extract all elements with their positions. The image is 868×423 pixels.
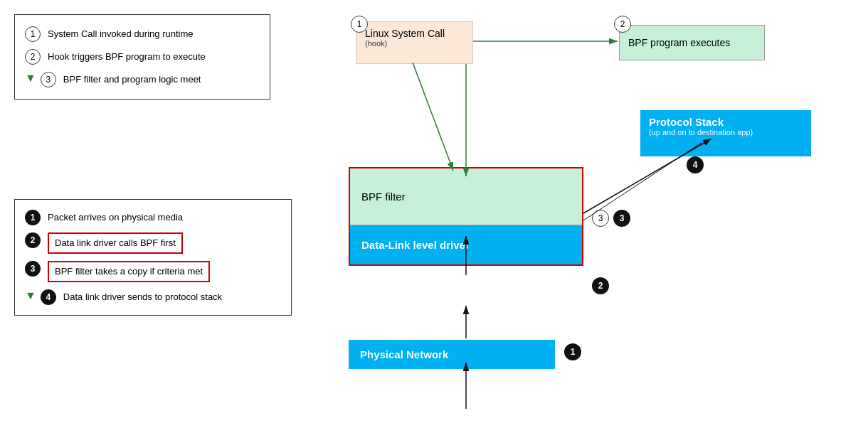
bottom-legend-item-1: 1 Packet arrives on physical media <box>25 210 281 225</box>
linux-system-call-box: Linux System Call (hook) <box>356 21 473 64</box>
bpf-filter-label: BPF filter <box>361 191 406 203</box>
legend-arrow-3: ▼ 3 <box>25 72 56 87</box>
bottom-legend-text-4: Data link driver sends to protocol stack <box>63 289 222 304</box>
physical-label: Physical Network <box>360 348 448 360</box>
top-left-legend: 1 System Call invoked during runtime 2 H… <box>14 14 270 100</box>
diag-circle-3-open: 3 <box>592 210 609 227</box>
svg-line-8 <box>413 63 453 171</box>
legend-text-3: BPF filter and program logic meet <box>63 72 201 86</box>
bottom-legend-num-4: 4 <box>41 289 56 305</box>
datalink-box: Data-Link level driver <box>350 225 582 264</box>
protocol-stack-box: Protocol Stack (up and on to destination… <box>640 110 811 156</box>
green-arrow-4-icon: ▼ <box>25 289 36 302</box>
legend-item-3: ▼ 3 BPF filter and program logic meet <box>25 72 260 87</box>
bottom-left-legend: 1 Packet arrives on physical media 2 Dat… <box>14 199 292 316</box>
legend-item-1: 1 System Call invoked during runtime <box>25 26 260 42</box>
bottom-legend-item-3: 3 BPF filter takes a copy if criteria me… <box>25 261 281 282</box>
green-arrow-icon: ▼ <box>25 72 36 85</box>
linux-box-subtitle: (hook) <box>365 39 464 48</box>
bottom-legend-text-3: BPF filter takes a copy if criteria met <box>48 261 210 282</box>
protocol-box-label: Protocol Stack <box>649 116 803 128</box>
bottom-legend-num-3: 3 <box>25 261 41 277</box>
diag-circle-2: 2 <box>614 16 631 33</box>
bottom-legend-num-1: 1 <box>25 210 41 225</box>
diag-black-circle-3: 3 <box>613 210 630 227</box>
bottom-legend-item-4: ▼ 4 Data link driver sends to protocol s… <box>25 289 281 305</box>
diag-black-circle-1: 1 <box>564 343 581 360</box>
bottom-legend-num-2: 2 <box>25 232 41 248</box>
physical-network-box: Physical Network <box>349 340 555 369</box>
red-container: BPF filter Data-Link level driver <box>349 167 583 266</box>
protocol-box-subtitle: (up and on to destination app) <box>649 128 803 136</box>
diag-black-circle-2: 2 <box>592 277 609 294</box>
legend-text-2: Hook triggers BPF program to execute <box>48 49 206 63</box>
legend-num-2: 2 <box>25 49 41 65</box>
linux-box-title: Linux System Call <box>365 28 464 39</box>
diagram-container: 1 System Call invoked during runtime 2 H… <box>0 0 868 423</box>
diag-circle-1: 1 <box>351 16 368 33</box>
bpf-exec-box: BPF program executes <box>619 25 765 60</box>
legend-item-2: 2 Hook triggers BPF program to execute <box>25 49 260 65</box>
diag-black-circle-4: 4 <box>687 156 704 173</box>
legend-num-1: 1 <box>25 26 41 42</box>
legend-text-1: System Call invoked during runtime <box>48 26 193 41</box>
bottom-legend-item-2: 2 Data link driver calls BPF first <box>25 232 281 254</box>
bpf-exec-label: BPF program executes <box>628 37 730 48</box>
bottom-legend-text-2: Data link driver calls BPF first <box>48 232 183 254</box>
datalink-label: Data-Link level driver <box>361 239 470 251</box>
legend-arrow-4: ▼ 4 <box>25 289 56 305</box>
bottom-legend-text-1: Packet arrives on physical media <box>48 210 183 224</box>
bpf-filter-box: BPF filter <box>350 168 582 225</box>
legend-num-3: 3 <box>41 72 56 87</box>
